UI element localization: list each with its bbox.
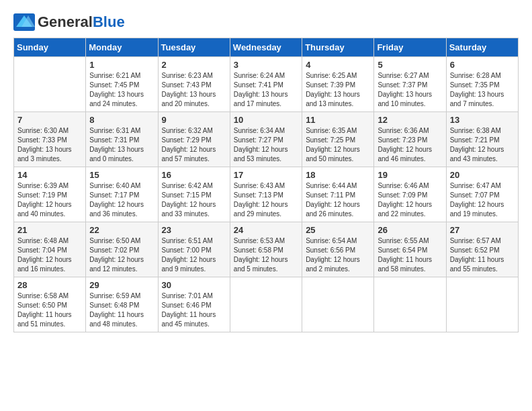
header-day: Wednesday [230, 38, 302, 57]
day-info: Sunrise: 6:30 AM Sunset: 7:33 PM Dayligh… [17, 126, 82, 164]
day-info: Sunrise: 6:43 AM Sunset: 7:13 PM Dayligh… [234, 181, 298, 219]
calendar-header: SundayMondayTuesdayWednesdayThursdayFrid… [14, 38, 519, 57]
calendar-cell: 5Sunrise: 6:27 AM Sunset: 7:37 PM Daylig… [374, 57, 446, 112]
day-info: Sunrise: 6:53 AM Sunset: 6:58 PM Dayligh… [234, 236, 298, 274]
day-number: 8 [89, 115, 154, 125]
header-day: Sunday [14, 38, 86, 57]
calendar-cell: 21Sunrise: 6:48 AM Sunset: 7:04 PM Dayli… [14, 222, 86, 277]
day-number: 20 [450, 170, 515, 180]
day-info: Sunrise: 6:44 AM Sunset: 7:11 PM Dayligh… [306, 181, 370, 219]
day-info: Sunrise: 6:24 AM Sunset: 7:41 PM Dayligh… [234, 71, 298, 109]
day-info: Sunrise: 6:58 AM Sunset: 6:50 PM Dayligh… [17, 291, 82, 329]
logo-blue: Blue [93, 13, 125, 30]
calendar-cell: 24Sunrise: 6:53 AM Sunset: 6:58 PM Dayli… [230, 222, 302, 277]
day-number: 27 [450, 225, 515, 235]
day-info: Sunrise: 6:27 AM Sunset: 7:37 PM Dayligh… [378, 71, 442, 109]
calendar-table: SundayMondayTuesdayWednesdayThursdayFrid… [13, 38, 519, 332]
calendar-cell: 12Sunrise: 6:36 AM Sunset: 7:23 PM Dayli… [374, 112, 446, 167]
day-number: 17 [234, 170, 298, 180]
calendar-cell: 29Sunrise: 6:59 AM Sunset: 6:48 PM Dayli… [86, 277, 158, 332]
day-number: 30 [162, 280, 226, 290]
day-number: 18 [306, 170, 370, 180]
day-number: 28 [17, 280, 82, 290]
calendar-cell: 1Sunrise: 6:21 AM Sunset: 7:45 PM Daylig… [86, 57, 158, 112]
day-info: Sunrise: 6:25 AM Sunset: 7:39 PM Dayligh… [306, 71, 370, 109]
header-day: Monday [86, 38, 158, 57]
day-number: 7 [17, 115, 82, 125]
day-info: Sunrise: 7:01 AM Sunset: 6:46 PM Dayligh… [162, 291, 226, 329]
day-number: 13 [450, 115, 515, 125]
day-info: Sunrise: 6:39 AM Sunset: 7:19 PM Dayligh… [17, 181, 82, 219]
calendar-cell: 25Sunrise: 6:54 AM Sunset: 6:56 PM Dayli… [302, 222, 374, 277]
day-number: 9 [162, 115, 226, 125]
day-info: Sunrise: 6:46 AM Sunset: 7:09 PM Dayligh… [378, 181, 442, 219]
day-info: Sunrise: 6:47 AM Sunset: 7:07 PM Dayligh… [450, 181, 515, 219]
calendar-cell: 15Sunrise: 6:40 AM Sunset: 7:17 PM Dayli… [86, 167, 158, 222]
calendar-body: 1Sunrise: 6:21 AM Sunset: 7:45 PM Daylig… [14, 57, 519, 332]
calendar-cell: 14Sunrise: 6:39 AM Sunset: 7:19 PM Dayli… [14, 167, 86, 222]
calendar-cell: 8Sunrise: 6:31 AM Sunset: 7:31 PM Daylig… [86, 112, 158, 167]
header-day: Thursday [302, 38, 374, 57]
calendar-week: 7Sunrise: 6:30 AM Sunset: 7:33 PM Daylig… [14, 112, 519, 167]
day-number: 1 [89, 60, 154, 70]
calendar-cell [446, 277, 518, 332]
day-number: 3 [234, 60, 298, 70]
calendar-cell: 23Sunrise: 6:51 AM Sunset: 7:00 PM Dayli… [158, 222, 230, 277]
calendar-cell: 6Sunrise: 6:28 AM Sunset: 7:35 PM Daylig… [446, 57, 518, 112]
day-number: 2 [162, 60, 226, 70]
calendar-cell: 16Sunrise: 6:42 AM Sunset: 7:15 PM Dayli… [158, 167, 230, 222]
day-info: Sunrise: 6:51 AM Sunset: 7:00 PM Dayligh… [162, 236, 226, 274]
day-info: Sunrise: 6:31 AM Sunset: 7:31 PM Dayligh… [89, 126, 154, 164]
calendar-cell: 17Sunrise: 6:43 AM Sunset: 7:13 PM Dayli… [230, 167, 302, 222]
day-info: Sunrise: 6:28 AM Sunset: 7:35 PM Dayligh… [450, 71, 515, 109]
day-info: Sunrise: 6:40 AM Sunset: 7:17 PM Dayligh… [89, 181, 154, 219]
day-number: 26 [378, 225, 442, 235]
calendar-cell: 20Sunrise: 6:47 AM Sunset: 7:07 PM Dayli… [446, 167, 518, 222]
day-number: 10 [234, 115, 298, 125]
day-info: Sunrise: 6:36 AM Sunset: 7:23 PM Dayligh… [378, 126, 442, 164]
day-info: Sunrise: 6:54 AM Sunset: 6:56 PM Dayligh… [306, 236, 370, 274]
calendar-cell: 11Sunrise: 6:35 AM Sunset: 7:25 PM Dayli… [302, 112, 374, 167]
page-header: GeneralBlue [13, 13, 519, 31]
calendar-cell: 28Sunrise: 6:58 AM Sunset: 6:50 PM Dayli… [14, 277, 86, 332]
day-number: 14 [17, 170, 82, 180]
day-info: Sunrise: 6:35 AM Sunset: 7:25 PM Dayligh… [306, 126, 370, 164]
calendar-cell [302, 277, 374, 332]
day-number: 25 [306, 225, 370, 235]
day-info: Sunrise: 6:32 AM Sunset: 7:29 PM Dayligh… [162, 126, 226, 164]
day-info: Sunrise: 6:48 AM Sunset: 7:04 PM Dayligh… [17, 236, 82, 274]
header-day: Saturday [446, 38, 518, 57]
day-info: Sunrise: 6:59 AM Sunset: 6:48 PM Dayligh… [89, 291, 154, 329]
logo-icon [13, 13, 35, 31]
day-number: 6 [450, 60, 515, 70]
day-number: 12 [378, 115, 442, 125]
day-number: 4 [306, 60, 370, 70]
calendar-week: 28Sunrise: 6:58 AM Sunset: 6:50 PM Dayli… [14, 277, 519, 332]
header-day: Tuesday [158, 38, 230, 57]
day-info: Sunrise: 6:34 AM Sunset: 7:27 PM Dayligh… [234, 126, 298, 164]
calendar-cell [374, 277, 446, 332]
day-info: Sunrise: 6:55 AM Sunset: 6:54 PM Dayligh… [378, 236, 442, 274]
day-number: 16 [162, 170, 226, 180]
day-number: 5 [378, 60, 442, 70]
calendar-cell [230, 277, 302, 332]
day-number: 11 [306, 115, 370, 125]
day-number: 15 [89, 170, 154, 180]
day-info: Sunrise: 6:23 AM Sunset: 7:43 PM Dayligh… [162, 71, 226, 109]
day-number: 19 [378, 170, 442, 180]
logo: GeneralBlue [13, 13, 125, 31]
calendar-cell: 7Sunrise: 6:30 AM Sunset: 7:33 PM Daylig… [14, 112, 86, 167]
calendar-cell: 10Sunrise: 6:34 AM Sunset: 7:27 PM Dayli… [230, 112, 302, 167]
day-number: 23 [162, 225, 226, 235]
calendar-cell: 19Sunrise: 6:46 AM Sunset: 7:09 PM Dayli… [374, 167, 446, 222]
day-info: Sunrise: 6:42 AM Sunset: 7:15 PM Dayligh… [162, 181, 226, 219]
day-number: 22 [89, 225, 154, 235]
day-info: Sunrise: 6:38 AM Sunset: 7:21 PM Dayligh… [450, 126, 515, 164]
calendar-week: 21Sunrise: 6:48 AM Sunset: 7:04 PM Dayli… [14, 222, 519, 277]
day-number: 29 [89, 280, 154, 290]
calendar-week: 14Sunrise: 6:39 AM Sunset: 7:19 PM Dayli… [14, 167, 519, 222]
calendar-cell: 26Sunrise: 6:55 AM Sunset: 6:54 PM Dayli… [374, 222, 446, 277]
day-info: Sunrise: 6:21 AM Sunset: 7:45 PM Dayligh… [89, 71, 154, 109]
calendar-cell: 30Sunrise: 7:01 AM Sunset: 6:46 PM Dayli… [158, 277, 230, 332]
header-row: SundayMondayTuesdayWednesdayThursdayFrid… [14, 38, 519, 57]
